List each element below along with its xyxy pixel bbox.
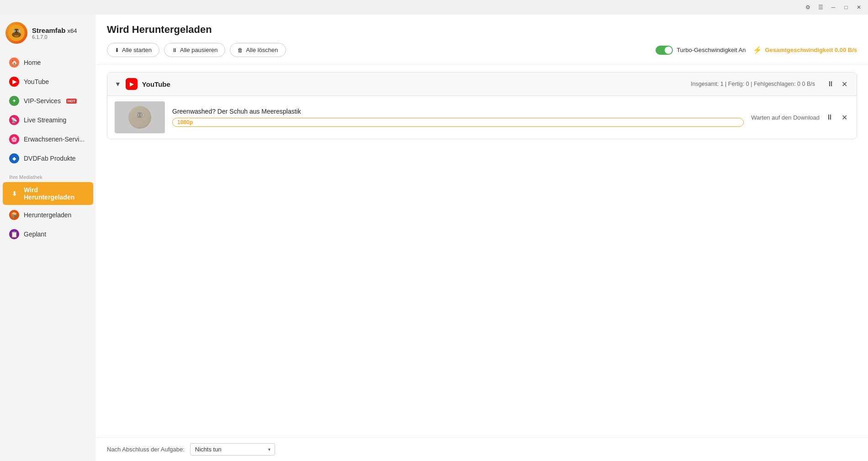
- nav-dvdfab-label: DVDFab Produkte: [24, 155, 76, 162]
- speed-label: Gesamtgeschwindigkeit 0.00 B/s: [765, 47, 857, 53]
- task-completion-select[interactable]: Nichts tun Computer herunterfahren Compu…: [190, 443, 275, 456]
- nav-vip[interactable]: ✦ VIP-Services HOT: [3, 92, 93, 110]
- turbo-toggle-area: Turbo-Geschwindigkeit An: [656, 46, 746, 55]
- adult-icon: 🌸: [9, 134, 19, 144]
- maximize-btn[interactable]: □: [841, 2, 852, 12]
- nav-adult-label: Erwachsenen-Servi...: [24, 136, 85, 143]
- downloaded-icon: 📦: [9, 210, 19, 220]
- nav-youtube-label: YouTube: [24, 78, 49, 85]
- planned-icon: 📋: [9, 229, 19, 239]
- toolbar-right: Turbo-Geschwindigkeit An ⚡ Gesamtgeschwi…: [656, 46, 857, 55]
- close-btn[interactable]: ✕: [853, 2, 864, 12]
- logo-text: Streamfab x64 6.1.7.0: [32, 26, 77, 40]
- page-header: Wird Heruntergeladen: [96, 15, 868, 43]
- lightning-icon: ⚡: [753, 46, 762, 54]
- app-version: 6.1.7.0: [32, 34, 77, 40]
- pause-all-button[interactable]: ⏸ Alle pausieren: [164, 43, 225, 57]
- section-pause-button[interactable]: ⏸: [825, 79, 836, 89]
- library-section-label: Ihre Mediathek: [0, 168, 96, 182]
- live-icon: 📡: [9, 115, 19, 125]
- downloading-icon: ⬇: [9, 189, 19, 199]
- pause-all-label: Alle pausieren: [180, 47, 217, 53]
- nav-planned-label: Geplant: [24, 230, 46, 238]
- nav-home[interactable]: 🏠 Home: [3, 53, 93, 72]
- task-completion-wrapper: Nichts tun Computer herunterfahren Compu…: [190, 443, 275, 456]
- start-icon: ⬇: [115, 47, 119, 53]
- nav-live-label: Live Streaming: [24, 116, 66, 124]
- nav-home-label: Home: [24, 59, 41, 66]
- svg-point-6: [18, 31, 19, 31]
- nav-youtube[interactable]: ▶ YouTube: [3, 73, 93, 91]
- thumbnail: [115, 101, 165, 133]
- app-layout: Streamfab x64 6.1.7.0 🏠 Home ▶ YouTube ✦…: [0, 15, 868, 461]
- youtube-source-section: ▼ ▶ YouTube Insgesamt: 1 | Fertig: 0 | F…: [107, 72, 857, 139]
- footer-label: Nach Abschluss der Aufgabe:: [107, 446, 185, 453]
- item-info: Greenwashed? Der Schuh aus Meeresplastik…: [172, 108, 744, 127]
- settings-titlebar-btn[interactable]: ⚙: [802, 2, 813, 12]
- start-all-button[interactable]: ⬇ Alle starten: [107, 43, 159, 57]
- item-pause-button[interactable]: ⏸: [824, 112, 835, 122]
- footer: Nach Abschluss der Aufgabe: Nichts tun C…: [96, 437, 868, 461]
- nav-adult[interactable]: 🌸 Erwachsenen-Servi...: [3, 130, 93, 148]
- titlebar: ⚙ ☰ ─ □ ✕: [0, 0, 868, 15]
- svg-point-11: [137, 115, 138, 116]
- main-content: Wird Heruntergeladen ⬇ Alle starten ⏸ Al…: [96, 15, 868, 461]
- delete-all-label: Alle löschen: [246, 47, 278, 53]
- nav-downloaded[interactable]: 📦 Heruntergeladen: [3, 206, 93, 224]
- quality-badge: 1080p: [172, 118, 744, 127]
- speed-indicator: ⚡ Gesamtgeschwindigkeit 0.00 B/s: [753, 46, 857, 54]
- menu-titlebar-btn[interactable]: ☰: [815, 2, 826, 12]
- youtube-source-icon: ▶: [126, 78, 138, 90]
- item-title: Greenwashed? Der Schuh aus Meeresplastik: [172, 108, 744, 115]
- logo-area: Streamfab x64 6.1.7.0: [0, 15, 96, 53]
- source-actions: ⏸ ✕: [825, 79, 849, 89]
- svg-point-12: [142, 115, 143, 116]
- app-name: Streamfab x64: [32, 26, 77, 34]
- minimize-btn[interactable]: ─: [828, 2, 839, 12]
- source-name: YouTube: [142, 80, 170, 88]
- status-text: Warten auf den Download: [751, 114, 820, 121]
- trash-icon: 🗑: [238, 47, 243, 53]
- vip-icon: ✦: [9, 96, 19, 106]
- source-stats: Insgesamt: 1 | Fertig: 0 | Fehlgeschlage…: [691, 81, 815, 87]
- nav-vip-label: VIP-Services: [24, 97, 61, 105]
- svg-point-5: [14, 31, 15, 31]
- dvdfab-icon: ◆: [9, 153, 19, 163]
- nav-live[interactable]: 📡 Live Streaming: [3, 111, 93, 129]
- collapse-button[interactable]: ▼: [115, 80, 121, 88]
- nav-downloaded-label: Heruntergeladen: [24, 211, 71, 219]
- sidebar: Streamfab x64 6.1.7.0 🏠 Home ▶ YouTube ✦…: [0, 15, 96, 461]
- item-close-button[interactable]: ✕: [840, 112, 849, 123]
- nav-downloading[interactable]: ⬇ Wird Heruntergeladen: [3, 182, 93, 205]
- youtube-icon: ▶: [9, 77, 19, 87]
- download-item: Greenwashed? Der Schuh aus Meeresplastik…: [107, 96, 857, 139]
- item-status: Warten auf den Download ⏸ ✕: [751, 112, 849, 123]
- source-header: ▼ ▶ YouTube Insgesamt: 1 | Fertig: 0 | F…: [107, 73, 857, 96]
- turbo-label: Turbo-Geschwindigkeit An: [677, 47, 746, 53]
- nav-downloading-label: Wird Heruntergeladen: [24, 186, 87, 201]
- delete-all-button[interactable]: 🗑 Alle löschen: [230, 43, 286, 57]
- home-icon: 🏠: [9, 58, 19, 68]
- nav-planned[interactable]: 📋 Geplant: [3, 225, 93, 243]
- download-area: ▼ ▶ YouTube Insgesamt: 1 | Fertig: 0 | F…: [96, 65, 868, 437]
- svg-point-2: [12, 32, 21, 37]
- turbo-toggle-switch[interactable]: [656, 46, 673, 55]
- nav-dvdfab[interactable]: ◆ DVDFab Produkte: [3, 149, 93, 168]
- thumb-logo: [128, 106, 151, 129]
- app-logo-icon: [5, 22, 27, 44]
- hot-badge: HOT: [66, 99, 77, 104]
- pause-icon: ⏸: [172, 47, 177, 53]
- start-all-label: Alle starten: [122, 47, 152, 53]
- section-close-button[interactable]: ✕: [840, 79, 849, 89]
- page-title: Wird Heruntergeladen: [107, 24, 857, 36]
- toolbar: ⬇ Alle starten ⏸ Alle pausieren 🗑 Alle l…: [96, 43, 868, 65]
